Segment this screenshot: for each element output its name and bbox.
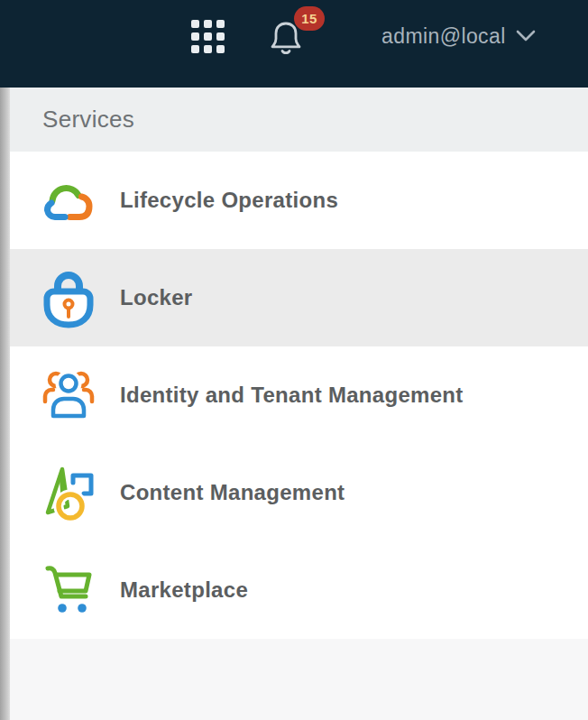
user-menu[interactable]: admin@local	[381, 22, 536, 51]
lifecycle-operations-icon	[41, 170, 96, 231]
notifications-button[interactable]: 15	[262, 13, 309, 63]
service-item-label: Content Management	[120, 480, 345, 505]
services-menu: Lifecycle Operations Locker	[10, 152, 588, 639]
service-item-marketplace[interactable]: Marketplace	[10, 541, 588, 639]
service-item-label: Identity and Tenant Management	[120, 383, 464, 408]
service-item-locker[interactable]: Locker	[10, 249, 588, 346]
dropdown-footer	[10, 639, 588, 720]
identity-tenant-management-icon	[41, 365, 96, 426]
grid-icon	[191, 20, 199, 28]
app-switcher-button[interactable]	[191, 20, 225, 54]
chevron-down-icon	[516, 30, 536, 42]
services-dropdown: Services Lifecycle Operations	[10, 88, 588, 720]
service-item-lifecycle-operations[interactable]: Lifecycle Operations	[10, 152, 588, 249]
notification-badge: 15	[294, 6, 325, 31]
user-menu-label: admin@local	[381, 24, 506, 49]
marketplace-icon	[41, 559, 96, 621]
service-item-identity-tenant-management[interactable]: Identity and Tenant Management	[10, 346, 588, 444]
service-item-label: Marketplace	[120, 577, 248, 603]
service-item-label: Locker	[120, 285, 193, 310]
locker-icon	[41, 267, 96, 328]
service-item-label: Lifecycle Operations	[120, 188, 338, 213]
service-item-content-management[interactable]: Content Management	[10, 444, 588, 541]
services-dropdown-title: Services	[10, 88, 588, 152]
panel-edge-shadow	[0, 88, 10, 720]
screen: 15 admin@local Services	[0, 0, 588, 720]
content-management-icon	[41, 462, 96, 523]
top-navbar: 15 admin@local	[0, 0, 588, 88]
